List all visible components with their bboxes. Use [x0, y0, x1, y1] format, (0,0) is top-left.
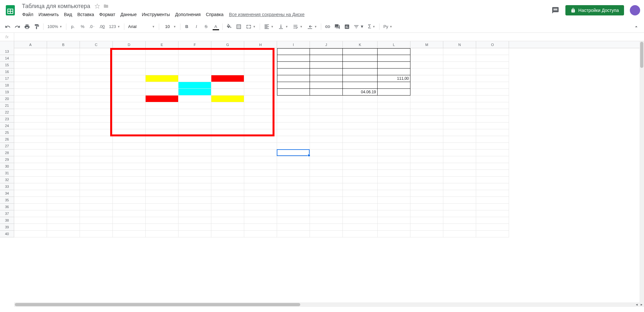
cell-G13[interactable]	[211, 48, 244, 55]
print-button[interactable]	[23, 22, 32, 31]
cell-H14[interactable]	[244, 55, 277, 62]
cell-E13[interactable]	[146, 48, 178, 55]
cell-N17[interactable]	[443, 75, 476, 82]
cell-A16[interactable]	[14, 69, 47, 75]
sheets-logo[interactable]	[4, 4, 17, 17]
cell-B19[interactable]	[47, 89, 80, 96]
cell-J13[interactable]	[310, 48, 343, 55]
cell-O26[interactable]	[476, 136, 509, 143]
cell-N21[interactable]	[443, 102, 476, 109]
cell-G25[interactable]	[211, 129, 244, 136]
cell-K19[interactable]: 04.06.19	[343, 89, 378, 96]
cell-F16[interactable]	[178, 69, 211, 75]
redo-button[interactable]	[13, 22, 22, 31]
cell-J33[interactable]	[310, 183, 343, 190]
cell-I30[interactable]	[277, 163, 310, 170]
cell-D15[interactable]	[113, 62, 146, 69]
cell-L24[interactable]	[378, 123, 410, 129]
cell-O16[interactable]	[476, 69, 509, 75]
cell-G34[interactable]	[211, 190, 244, 197]
cell-K38[interactable]	[343, 217, 378, 224]
text-color-button[interactable]: A	[211, 22, 220, 31]
row-header-19[interactable]: 19	[0, 89, 14, 96]
cell-H15[interactable]	[244, 62, 277, 69]
cell-D32[interactable]	[113, 177, 146, 183]
cell-M35[interactable]	[410, 197, 443, 204]
cell-F28[interactable]	[178, 150, 211, 156]
cell-B15[interactable]	[47, 62, 80, 69]
cell-O28[interactable]	[476, 150, 509, 156]
cell-M32[interactable]	[410, 177, 443, 183]
cell-G38[interactable]	[211, 217, 244, 224]
cell-C25[interactable]	[80, 129, 113, 136]
cell-M28[interactable]	[410, 150, 443, 156]
cell-L17[interactable]: 111,00	[378, 75, 410, 82]
row-header-40[interactable]: 40	[0, 231, 14, 237]
cell-H34[interactable]	[244, 190, 277, 197]
cell-M24[interactable]	[410, 123, 443, 129]
cell-C29[interactable]	[80, 156, 113, 163]
row-header-16[interactable]: 16	[0, 69, 14, 75]
cell-F39[interactable]	[178, 224, 211, 231]
cell-C24[interactable]	[80, 123, 113, 129]
cell-J22[interactable]	[310, 109, 343, 116]
menu-help[interactable]: Справка	[204, 11, 226, 18]
cell-I21[interactable]	[277, 102, 310, 109]
cell-G18[interactable]	[211, 82, 244, 89]
input-language-button[interactable]: Ру▼	[381, 22, 394, 31]
cell-D38[interactable]	[113, 217, 146, 224]
cell-B35[interactable]	[47, 197, 80, 204]
column-header-J[interactable]: J	[310, 41, 343, 48]
cell-N24[interactable]	[443, 123, 476, 129]
fx-label[interactable]: fx	[0, 33, 14, 41]
cell-E16[interactable]	[146, 69, 178, 75]
cell-O35[interactable]	[476, 197, 509, 204]
cell-N26[interactable]	[443, 136, 476, 143]
cell-N30[interactable]	[443, 163, 476, 170]
column-header-G[interactable]: G	[211, 41, 244, 48]
row-header-38[interactable]: 38	[0, 217, 14, 224]
cell-D24[interactable]	[113, 123, 146, 129]
cell-G19[interactable]	[211, 89, 244, 96]
cell-F34[interactable]	[178, 190, 211, 197]
cell-H32[interactable]	[244, 177, 277, 183]
cell-A26[interactable]	[14, 136, 47, 143]
cell-C37[interactable]	[80, 210, 113, 217]
cell-J28[interactable]	[310, 150, 343, 156]
cell-E17[interactable]	[146, 75, 178, 82]
cell-L18[interactable]	[378, 82, 410, 89]
cell-D25[interactable]	[113, 129, 146, 136]
cell-M22[interactable]	[410, 109, 443, 116]
cell-A23[interactable]	[14, 116, 47, 123]
cell-J17[interactable]	[310, 75, 343, 82]
cell-M37[interactable]	[410, 210, 443, 217]
cell-F40[interactable]	[178, 231, 211, 237]
cell-F36[interactable]	[178, 204, 211, 210]
cell-I27[interactable]	[277, 143, 310, 150]
cell-J25[interactable]	[310, 129, 343, 136]
cell-O25[interactable]	[476, 129, 509, 136]
cell-E37[interactable]	[146, 210, 178, 217]
cell-I40[interactable]	[277, 231, 310, 237]
cell-A21[interactable]	[14, 102, 47, 109]
cell-F32[interactable]	[178, 177, 211, 183]
cell-K33[interactable]	[343, 183, 378, 190]
cell-O13[interactable]	[476, 48, 509, 55]
cell-L27[interactable]	[378, 143, 410, 150]
cell-H36[interactable]	[244, 204, 277, 210]
cell-D33[interactable]	[113, 183, 146, 190]
cell-M13[interactable]	[410, 48, 443, 55]
cell-N16[interactable]	[443, 69, 476, 75]
cell-M26[interactable]	[410, 136, 443, 143]
cell-A25[interactable]	[14, 129, 47, 136]
cell-L32[interactable]	[378, 177, 410, 183]
row-header-31[interactable]: 31	[0, 170, 14, 177]
cell-D39[interactable]	[113, 224, 146, 231]
cell-H22[interactable]	[244, 109, 277, 116]
insert-chart-button[interactable]	[342, 22, 351, 31]
column-header-D[interactable]: D	[113, 41, 146, 48]
cell-G33[interactable]	[211, 183, 244, 190]
cell-L37[interactable]	[378, 210, 410, 217]
horizontal-align-button[interactable]: ▼	[262, 22, 276, 31]
cell-O15[interactable]	[476, 62, 509, 69]
